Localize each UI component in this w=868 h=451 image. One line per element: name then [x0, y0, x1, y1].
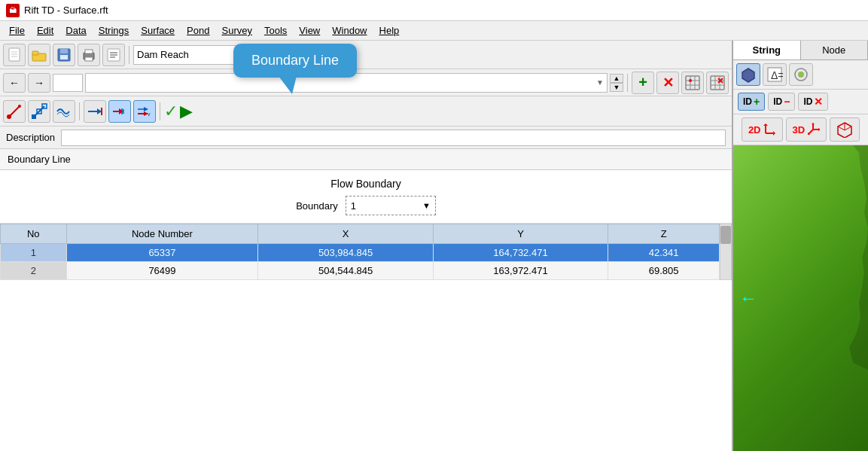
toolbar-separator-3 — [627, 74, 628, 92]
grid-x-icon — [709, 75, 726, 91]
svg-point-30 — [7, 114, 11, 119]
svg-marker-60 — [818, 128, 820, 131]
table-row[interactable]: 2 76499 504,544.845 163,972.471 69.805 — [1, 262, 720, 280]
plus-icon: + — [754, 96, 760, 108]
flow-boundary-section: Flow Boundary Boundary 1 ▼ — [0, 170, 732, 224]
toolbar-separator-4 — [79, 102, 80, 120]
grid-button-2[interactable] — [706, 72, 729, 94]
vertical-scrollbar[interactable] — [720, 224, 732, 280]
map-arrow-icon: ← — [739, 288, 757, 309]
table-row[interactable]: 1 65337 503,984.845 164,732.471 42.341 — [1, 244, 720, 262]
menu-tools[interactable]: Tools — [258, 23, 293, 38]
menu-surface[interactable]: Surface — [135, 23, 181, 38]
back-nav-button[interactable]: ← — [3, 73, 26, 93]
svg-rect-7 — [60, 49, 68, 53]
delta-tool-button[interactable]: Δ=0 — [763, 63, 787, 86]
svg-line-65 — [838, 126, 845, 130]
menu-data[interactable]: Data — [59, 23, 92, 38]
save-button[interactable] — [53, 44, 75, 66]
delta-icon: Δ=0 — [766, 66, 783, 83]
new-button[interactable] — [3, 44, 26, 66]
menu-pond[interactable]: Pond — [181, 23, 215, 38]
menu-help[interactable]: Help — [373, 23, 406, 38]
minus-icon: − — [784, 96, 790, 108]
grid-button-1[interactable] — [681, 72, 704, 94]
id-minus-button[interactable]: ID− — [768, 93, 795, 111]
wave-icon — [56, 103, 72, 120]
down-arrow-button[interactable]: ▼ — [610, 83, 623, 92]
svg-rect-33 — [32, 114, 36, 119]
toolbar-row-1: Dam Reach ▼ i O — [0, 41, 732, 69]
app-title: Rift TD - Surface.rft — [24, 5, 108, 16]
forward-nav-button[interactable]: → — [28, 73, 50, 93]
cell-node-1: 65337 — [66, 244, 258, 262]
boundary-dropdown-value: 1 — [351, 200, 356, 212]
tab-string[interactable]: String — [733, 41, 801, 59]
terrain-svg — [733, 145, 868, 370]
svg-rect-16 — [686, 76, 699, 90]
add-node-button[interactable]: + — [632, 72, 654, 94]
up-arrow-button[interactable]: ▲ — [610, 74, 623, 83]
wave-tool-button[interactable] — [53, 100, 75, 123]
menu-strings[interactable]: Strings — [93, 23, 135, 38]
main-container: Dam Reach ▼ i O ← → 1 ▼ ▲ ▼ — [0, 41, 868, 451]
svg-marker-61 — [812, 123, 815, 124]
description-label: Description — [6, 132, 55, 143]
svg-marker-55 — [773, 131, 775, 136]
step-active-button[interactable] — [108, 100, 131, 123]
tab-node[interactable]: Node — [801, 41, 869, 59]
goto-end-button[interactable] — [84, 100, 106, 123]
col-x: X — [258, 224, 433, 244]
node-edit-icon — [31, 103, 47, 120]
view-3d-cube-button[interactable] — [830, 117, 860, 142]
polygon-tool-button[interactable] — [736, 63, 760, 86]
menu-file[interactable]: File — [3, 23, 31, 38]
point-tool-icon — [6, 103, 23, 120]
description-input[interactable] — [61, 130, 726, 146]
section-title: Boundary Line — [0, 149, 732, 170]
cell-node-2: 76499 — [66, 262, 258, 280]
step-v-button[interactable]: v — [133, 100, 156, 123]
view-3d-button[interactable]: 3D — [786, 117, 827, 142]
table-container: No Node Number X Y Z 1 65337 503 — [0, 224, 732, 280]
id-cross-button[interactable]: ID✕ — [798, 93, 828, 111]
left-area: Dam Reach ▼ i O ← → 1 ▼ ▲ ▼ — [0, 41, 732, 451]
menu-survey[interactable]: Survey — [215, 23, 257, 38]
point-tool-button[interactable] — [3, 100, 26, 123]
col-node-number: Node Number — [66, 224, 258, 244]
cube-icon — [836, 121, 853, 138]
2d-label: 2D — [748, 124, 761, 136]
svg-text:v: v — [148, 111, 151, 117]
nav-input[interactable]: 1 — [53, 74, 83, 92]
node-edit-button[interactable] — [28, 100, 50, 123]
delete-button[interactable]: ✕ — [656, 72, 679, 94]
small-tool-button[interactable] — [789, 63, 813, 86]
polygon-icon — [740, 66, 757, 83]
updown-spinner: ▲ ▼ — [610, 74, 623, 92]
map-area: ← — [733, 145, 868, 451]
id-plus-button[interactable]: ID+ — [738, 93, 765, 111]
col-y: Y — [433, 224, 608, 244]
svg-line-66 — [845, 126, 851, 130]
cell-no-1: 1 — [1, 244, 67, 262]
edit-button[interactable] — [102, 44, 125, 66]
confirm-button[interactable]: ✓ — [164, 102, 178, 121]
save-icon — [56, 47, 72, 62]
menu-edit[interactable]: Edit — [31, 23, 59, 38]
view-2d-button[interactable]: 2D — [742, 117, 783, 142]
menu-window[interactable]: Window — [326, 23, 373, 38]
open-button[interactable] — [28, 44, 50, 66]
boundary-dropdown[interactable]: 1 ▼ — [346, 196, 436, 215]
boundary-line-tooltip: Boundary Line — [233, 44, 357, 78]
menu-view[interactable]: View — [293, 23, 326, 38]
run-button[interactable]: ▶ — [180, 102, 193, 121]
toolbar-separator-1 — [129, 46, 129, 64]
arrow-right-stop-icon — [87, 103, 103, 120]
svg-rect-11 — [85, 57, 93, 61]
toolbar-separator-5 — [160, 102, 160, 120]
scrollbar-thumb[interactable] — [720, 226, 731, 244]
table-scroll: No Node Number X Y Z 1 65337 503 — [0, 224, 720, 280]
right-toolbar: Δ=0 — [733, 60, 868, 90]
cell-x-2: 504,544.845 — [258, 262, 433, 280]
print-button[interactable] — [78, 44, 100, 66]
